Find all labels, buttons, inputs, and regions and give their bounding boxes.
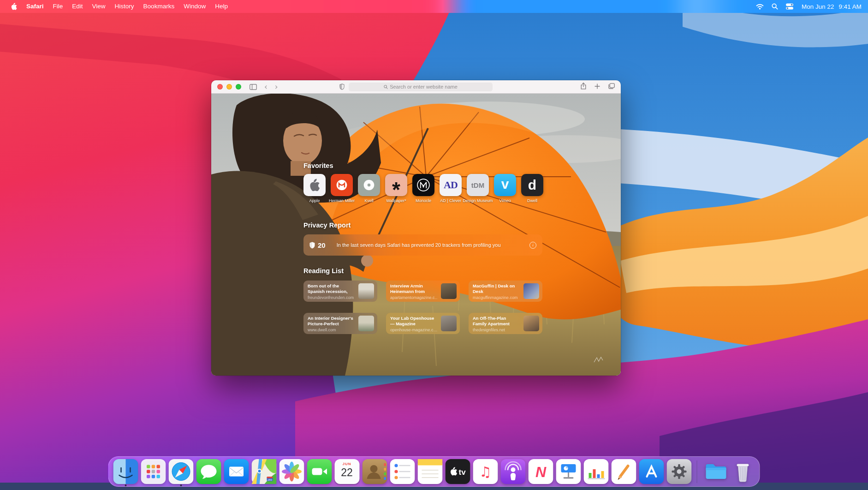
traffic-lights	[217, 84, 241, 90]
dock-item-notes[interactable]	[417, 459, 443, 484]
favorite-design-museum[interactable]: tDM Design Museum	[467, 174, 489, 203]
dock-item-numbers[interactable]	[583, 459, 609, 484]
favorites-heading[interactable]: Favorites	[303, 162, 542, 169]
dock-item-keynote[interactable]	[556, 459, 581, 484]
control-center-icon[interactable]	[786, 3, 794, 10]
menu-item-window[interactable]: Window	[179, 0, 210, 13]
favorite-label: Apple	[309, 198, 320, 203]
safari-window: ‹ › Search or enter website name	[211, 80, 621, 376]
spotlight-search-icon[interactable]	[772, 3, 778, 10]
dock-item-news[interactable]: N	[528, 459, 553, 484]
article-thumbnail	[358, 316, 374, 331]
start-page: Favorites Apple Herman Miller	[211, 94, 621, 376]
pages-icon	[611, 459, 636, 484]
dock-item-reminders[interactable]	[390, 459, 415, 484]
reading-list-item[interactable]: MacGuffin | Desk on Desk macguffinmagazi…	[469, 281, 542, 302]
new-tab-icon[interactable]	[595, 83, 600, 91]
menu-item-file[interactable]: File	[48, 0, 68, 13]
reading-list-grid: Born out of the Spanish recession, the a…	[303, 281, 542, 334]
dock-item-launchpad[interactable]	[141, 459, 166, 484]
dock-item-photos[interactable]	[279, 459, 304, 484]
menu-bar-left: Safari File Edit View History Bookmarks …	[6, 0, 232, 13]
reminders-icon	[390, 459, 415, 484]
system-preferences-icon	[666, 459, 691, 484]
sidebar-toggle-icon[interactable]	[250, 84, 257, 90]
kvell-site-icon	[358, 174, 380, 196]
safari-icon	[168, 459, 193, 484]
tab-overview-icon[interactable]	[608, 83, 615, 91]
dock-item-maps[interactable]: 280	[251, 459, 277, 484]
article-url: www.dwell.com	[308, 328, 355, 332]
apple-menu[interactable]	[6, 3, 22, 10]
dock-item-safari[interactable]	[168, 459, 194, 484]
vimeo-site-icon: v	[494, 174, 516, 196]
reading-list-item[interactable]: Interview Armin Heinemann from Paula… ap…	[386, 281, 460, 302]
favorite-apple[interactable]: Apple	[303, 174, 326, 203]
article-url: freundevonfreunden.com	[308, 295, 355, 300]
favorite-herman-miller[interactable]: Herman Miller	[331, 174, 353, 203]
dock-item-system-preferences[interactable]	[666, 459, 692, 484]
favorite-ad-clever[interactable]: AD AD | Clever	[440, 174, 462, 203]
dock-item-app-store[interactable]	[639, 459, 664, 484]
dock-item-messages[interactable]	[196, 459, 221, 484]
menu-item-view[interactable]: View	[88, 0, 110, 13]
dock-item-music[interactable]: ♫	[473, 459, 498, 484]
reading-list-item[interactable]: An Interior Designer's Picture-Perfect B…	[303, 313, 377, 334]
favorite-label: Kvell	[364, 198, 374, 203]
info-icon[interactable]: i	[529, 242, 536, 249]
menu-bar-clock[interactable]: Mon Jun 22 9:41 AM	[802, 3, 862, 10]
close-button[interactable]	[217, 84, 223, 90]
article-url: macguffinmagazine.com	[473, 295, 520, 300]
privacy-report-card[interactable]: 20 In the last seven days Safari has pre…	[303, 234, 542, 256]
reading-list-item[interactable]: Born out of the Spanish recession, the a…	[303, 281, 377, 302]
menu-item-bookmarks[interactable]: Bookmarks	[139, 0, 179, 13]
favorite-wallpaper[interactable]: * Wallpaper*	[385, 174, 407, 203]
menu-item-edit[interactable]: Edit	[67, 0, 87, 13]
mail-icon	[224, 459, 249, 484]
dock-item-finder[interactable]	[113, 459, 138, 484]
article-thumbnail	[441, 283, 457, 299]
menu-item-help[interactable]: Help	[210, 0, 232, 13]
favorites-row: Apple Herman Miller Kvell	[303, 174, 542, 203]
reading-list-heading[interactable]: Reading List	[303, 268, 542, 275]
reading-list-item[interactable]: Your Lab Openhouse — Magazine openhouse-…	[386, 313, 460, 334]
zoom-button[interactable]	[236, 84, 241, 90]
favorite-label: Dwell	[527, 198, 537, 203]
dock-item-downloads-folder[interactable]	[702, 459, 728, 484]
article-url: thedesignfiles.net	[473, 328, 520, 332]
privacy-report-heading[interactable]: Privacy Report	[303, 222, 542, 229]
dock-item-mail[interactable]	[224, 459, 249, 484]
minimize-button[interactable]	[226, 84, 232, 90]
dock-item-contacts[interactable]	[362, 459, 387, 484]
favorite-kvell[interactable]: Kvell	[358, 174, 380, 203]
menu-item-history[interactable]: History	[110, 0, 139, 13]
back-icon[interactable]: ‹	[264, 83, 268, 91]
ad-clever-site-icon: AD	[440, 174, 462, 196]
dock-item-calendar[interactable]: JUN 22	[334, 459, 360, 484]
podcasts-icon	[500, 459, 525, 484]
favorite-vimeo[interactable]: v Vimeo	[494, 174, 516, 203]
messages-icon	[196, 459, 221, 484]
menu-item-safari[interactable]: Safari	[22, 0, 48, 13]
favorite-monocle[interactable]: Monocle	[412, 174, 434, 203]
privacy-message: In the last seven days Safari has preven…	[337, 242, 529, 248]
shield-icon	[309, 242, 315, 249]
reading-list-item[interactable]: An Off-The-Plan Family Apartment Unlike …	[469, 313, 542, 334]
dock-item-facetime[interactable]	[307, 459, 332, 484]
dock-item-podcasts[interactable]	[500, 459, 526, 484]
address-bar[interactable]: Search or enter website name	[349, 83, 493, 91]
dock-item-pages[interactable]	[611, 459, 636, 484]
dock-item-trash[interactable]	[730, 459, 755, 484]
favorite-label: Monocle	[416, 198, 431, 203]
monocle-site-icon	[412, 174, 434, 196]
article-title: An Off-The-Plan Family Apartment Unlike …	[473, 316, 520, 327]
wifi-icon[interactable]	[756, 4, 764, 10]
design-museum-site-icon: tDM	[467, 174, 489, 196]
favorite-dwell[interactable]: d Dwell	[521, 174, 543, 203]
numbers-icon	[583, 459, 608, 484]
share-icon[interactable]	[581, 83, 586, 91]
forward-icon[interactable]: ›	[275, 83, 278, 91]
dock-item-tv[interactable]: tv	[445, 459, 470, 484]
address-bar-group: Search or enter website name	[339, 83, 493, 91]
privacy-shield-icon[interactable]	[339, 84, 345, 90]
